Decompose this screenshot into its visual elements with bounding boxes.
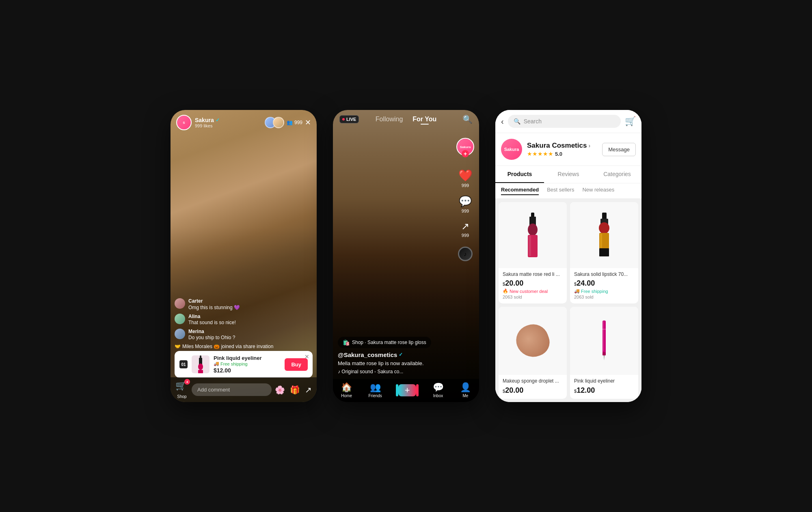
comment-action[interactable]: 💬 999 bbox=[459, 195, 472, 213]
search-icon: 🔍 bbox=[514, 118, 520, 125]
product-title-3: Makeup sponge droplet ... bbox=[503, 378, 563, 385]
product-price-4: 12.00 bbox=[577, 386, 595, 395]
product-image-4 bbox=[570, 307, 638, 375]
product-title-2: Sakura solid lipstick 70... bbox=[574, 271, 634, 278]
creator-name[interactable]: @Sakura_cosmetics ✓ bbox=[338, 351, 447, 358]
sold-count-1: 2063 sold bbox=[503, 295, 563, 299]
svg-point-6 bbox=[528, 224, 538, 236]
product-card-2[interactable]: Sakura solid lipstick 70... $ 24.00 🚚Fre… bbox=[570, 202, 638, 303]
viewer-count: 👥 999 bbox=[287, 120, 302, 125]
nav-friends[interactable]: 👥 Friends bbox=[368, 382, 382, 398]
comment-body: Do you ship to Ohio ? bbox=[188, 335, 235, 341]
product-close-button[interactable]: ✕ bbox=[304, 353, 309, 360]
comment-body: Omg this is stunning 💜 bbox=[188, 305, 240, 311]
subtab-best-sellers[interactable]: Best sellers bbox=[547, 187, 574, 195]
product-card-4[interactable]: Pink liquid eyeliner $ 12.00 bbox=[570, 307, 638, 399]
sponge-shape bbox=[512, 320, 554, 362]
product-price-2: 24.00 bbox=[577, 279, 595, 288]
search-bar[interactable]: 🔍 Search bbox=[508, 115, 621, 128]
shop-name[interactable]: Sakura Cosmetics › bbox=[527, 142, 597, 150]
svg-rect-13 bbox=[599, 248, 609, 256]
buy-button[interactable]: Buy bbox=[285, 358, 308, 371]
shop-logo: Sakura bbox=[501, 139, 522, 160]
products-grid: Sakura matte rose red li ... $ 20.00 🔥Ne… bbox=[495, 199, 641, 402]
back-button[interactable]: ‹ bbox=[501, 117, 504, 126]
join-notification: 🤝 Miles Morales 🎃 joined via share invat… bbox=[175, 344, 276, 349]
shop-tag[interactable]: 🛍️ Shop · Sakura matte rose lip gloss bbox=[338, 337, 431, 348]
product-card-1[interactable]: Sakura matte rose red li ... $ 20.00 🔥Ne… bbox=[499, 202, 567, 303]
product-number: 01 bbox=[179, 360, 188, 368]
svg-rect-3 bbox=[198, 370, 203, 373]
close-button[interactable]: ✕ bbox=[305, 118, 311, 127]
comment-item: Alina That sound is so nice! bbox=[175, 314, 276, 326]
subtab-new-releases[interactable]: New releases bbox=[582, 187, 614, 195]
sub-tab-bar: Recommended Best sellers New releases bbox=[495, 183, 641, 199]
bottom-navigation: 🏠 Home 👥 Friends + 💬 Inbox 👤 Me bbox=[333, 379, 479, 402]
svg-point-2 bbox=[198, 364, 203, 370]
nav-create[interactable]: + bbox=[398, 384, 416, 396]
comment-item: Merina Do you ship to Ohio ? bbox=[175, 329, 276, 341]
shop-info: Sakura Sakura Cosmetics › ★★★★★ 5.0 Mess… bbox=[495, 133, 641, 166]
phone-for-you: LIVE Following For You 🔍 Sakura + ❤️ 999… bbox=[333, 110, 479, 402]
sound-disc: ♪ bbox=[458, 247, 473, 261]
comment-body: That sound is so nice! bbox=[188, 320, 236, 326]
rose-icon[interactable]: 🌸 bbox=[275, 385, 285, 395]
comment-avatar bbox=[175, 329, 185, 339]
tab-reviews[interactable]: Reviews bbox=[544, 166, 593, 183]
cart-icon[interactable]: 🛒 bbox=[625, 116, 636, 127]
share-action[interactable]: ↗ 999 bbox=[461, 221, 469, 238]
creator-follow[interactable]: Sakura + bbox=[456, 138, 474, 156]
product-shipping: 🚚 Free shipping bbox=[214, 361, 281, 366]
product-price: $12.00 bbox=[214, 367, 281, 374]
share-icon[interactable]: ↗ bbox=[305, 385, 312, 395]
svg-rect-8 bbox=[529, 236, 531, 256]
product-price-1: 20.00 bbox=[505, 279, 523, 288]
sold-count-2: 2063 sold bbox=[574, 295, 634, 299]
subtab-recommended[interactable]: Recommended bbox=[501, 187, 539, 195]
shipping-badge-2: 🚚Free shipping bbox=[574, 288, 634, 294]
shop-button[interactable]: 🛒 4 Shop bbox=[175, 381, 188, 399]
search-placeholder: Search bbox=[524, 118, 542, 125]
svg-rect-17 bbox=[603, 352, 606, 355]
nav-inbox[interactable]: 💬 Inbox bbox=[433, 382, 444, 398]
comment-author: Alina bbox=[188, 314, 236, 320]
bottom-bar: 🛒 4 Shop 🌸 🎁 ↗ bbox=[171, 377, 317, 402]
gift-icon[interactable]: 🎁 bbox=[290, 385, 300, 395]
product-card-3[interactable]: Makeup sponge droplet ... $ 20.00 bbox=[499, 307, 567, 399]
svg-point-11 bbox=[599, 222, 609, 234]
like-action[interactable]: ❤️ 999 bbox=[458, 169, 473, 188]
product-image-2 bbox=[570, 202, 638, 268]
rating-value: 5.0 bbox=[555, 151, 562, 157]
nav-me[interactable]: 👤 Me bbox=[460, 382, 471, 398]
comment-avatar bbox=[175, 298, 185, 309]
search-icon[interactable]: 🔍 bbox=[462, 114, 473, 124]
star-rating: ★★★★★ bbox=[527, 151, 553, 157]
sound-info: ♪ Original sound - Sakura co... bbox=[338, 369, 447, 374]
nav-home[interactable]: 🏠 Home bbox=[341, 382, 352, 398]
product-card: ✕ 01 Pink liquid eyeliner 🚚 Free shippin… bbox=[175, 351, 313, 378]
shop-header: ‹ 🔍 Search 🛒 bbox=[495, 110, 641, 133]
comment-author: Carter bbox=[188, 298, 240, 305]
shop-arrow-icon: › bbox=[588, 142, 590, 149]
shop-label: Shop bbox=[177, 394, 186, 399]
product-price-3: 20.00 bbox=[505, 386, 523, 395]
deal-badge-1: 🔥New customer deal bbox=[503, 288, 563, 294]
verified-badge: ✓ bbox=[216, 117, 220, 123]
verified-badge: ✓ bbox=[399, 352, 403, 357]
streamer-avatar: S bbox=[176, 115, 192, 130]
message-button[interactable]: Message bbox=[602, 143, 636, 156]
product-image-1 bbox=[499, 202, 567, 268]
comment-author: Merina bbox=[188, 329, 235, 335]
comment-avatar bbox=[175, 314, 185, 324]
tab-products[interactable]: Products bbox=[495, 166, 544, 183]
product-title-1: Sakura matte rose red li ... bbox=[503, 271, 563, 278]
for-you-tab[interactable]: For You bbox=[412, 116, 436, 123]
following-tab[interactable]: Following bbox=[376, 116, 403, 123]
product-image bbox=[192, 355, 209, 373]
tab-categories[interactable]: Categories bbox=[593, 166, 641, 183]
comment-input[interactable] bbox=[192, 383, 272, 396]
phone-live-stream: S Sakura ✓ 999 likes 👥 9 bbox=[171, 110, 317, 402]
comment-item: Carter Omg this is stunning 💜 bbox=[175, 298, 276, 311]
phone-shop: ‹ 🔍 Search 🛒 Sakura Sakura Cosmetics › bbox=[495, 110, 641, 402]
svg-rect-19 bbox=[602, 329, 607, 330]
